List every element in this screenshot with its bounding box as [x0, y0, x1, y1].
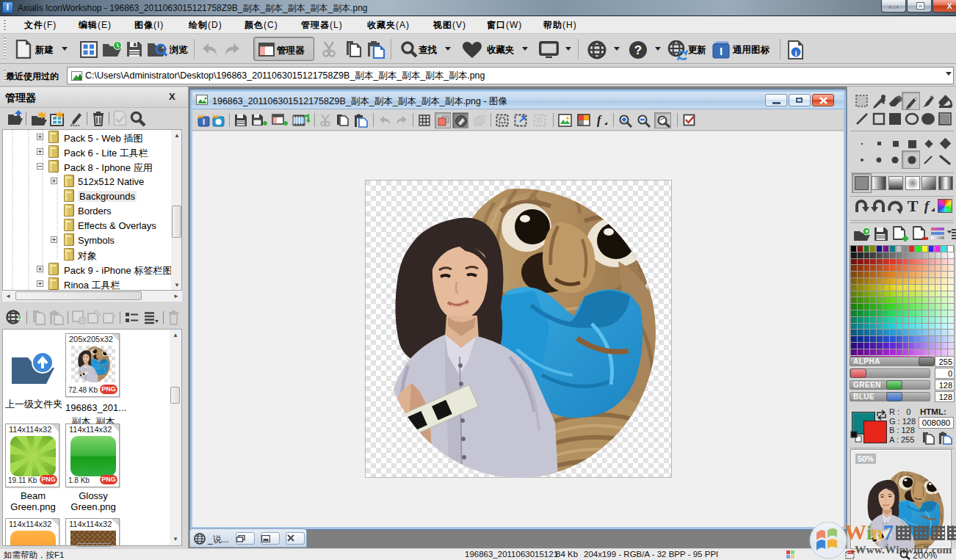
- svg-text:?: ?: [634, 43, 642, 57]
- svg-text:f: f: [924, 198, 930, 214]
- svg-text:T: T: [908, 198, 919, 214]
- svg-text:I: I: [203, 117, 205, 126]
- svg-text:f: f: [597, 114, 602, 127]
- svg-text:i: i: [794, 48, 797, 57]
- svg-text:I: I: [720, 45, 723, 57]
